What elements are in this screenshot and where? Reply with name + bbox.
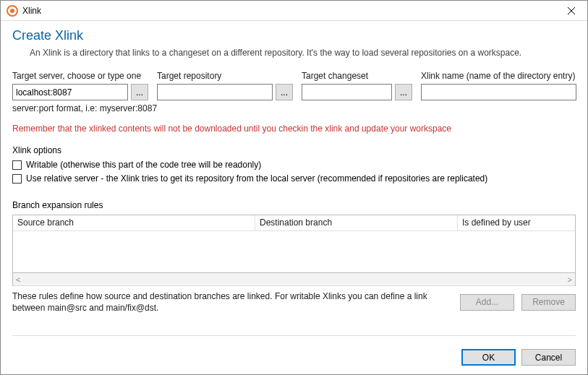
fields-row: Target server, choose or type one ... Ta…: [12, 71, 576, 100]
warning-text: Remember that the xlinked contents will …: [12, 124, 576, 134]
page-description: An Xlink is a directory that links to a …: [30, 48, 576, 58]
xlink-name-input[interactable]: [421, 84, 576, 100]
app-icon: [7, 5, 18, 17]
target-repository-label: Target repository: [157, 71, 293, 81]
table-header: Source branch Destination branch Is defi…: [13, 215, 575, 231]
content-area: Create Xlink An Xlink is a directory tha…: [1, 21, 587, 340]
relative-server-label: Use relative server - the Xlink tries to…: [26, 173, 487, 184]
target-server-group: Target server, choose or type one ...: [12, 71, 148, 100]
target-changeset-input[interactable]: [302, 84, 392, 100]
divider: [12, 335, 576, 336]
ok-button[interactable]: OK: [461, 349, 516, 366]
writable-option: Writable (otherwise this part of the cod…: [12, 160, 576, 170]
table-body[interactable]: [13, 231, 575, 273]
xlink-name-label: Xlink name (name of the directory entry): [421, 71, 576, 81]
titlebar: Xlink: [1, 1, 587, 21]
scroll-left-icon[interactable]: <: [16, 275, 20, 284]
window-title: Xlink: [22, 6, 561, 16]
close-icon: [568, 7, 575, 14]
writable-label: Writable (otherwise this part of the cod…: [26, 160, 261, 170]
xlink-options-title: Xlink options: [12, 145, 576, 155]
server-format-hint: server:port format, i.e: myserver:8087: [12, 103, 576, 113]
target-server-label: Target server, choose or type one: [12, 71, 148, 81]
writable-checkbox[interactable]: [12, 160, 22, 170]
target-changeset-browse-button[interactable]: ...: [395, 84, 412, 100]
rules-description: These rules define how source and destin…: [12, 290, 453, 314]
cancel-button[interactable]: Cancel: [521, 349, 576, 366]
relative-server-option: Use relative server - the Xlink tries to…: [12, 173, 576, 184]
col-source-branch[interactable]: Source branch: [13, 215, 255, 230]
target-changeset-group: Target changeset ...: [302, 71, 412, 100]
dialog-footer: OK Cancel: [1, 340, 587, 374]
remove-rule-button[interactable]: Remove: [521, 294, 576, 311]
target-repository-group: Target repository ...: [157, 71, 293, 100]
target-server-browse-button[interactable]: ...: [131, 84, 148, 100]
relative-server-checkbox[interactable]: [12, 174, 22, 184]
scroll-right-icon[interactable]: >: [568, 275, 572, 284]
rules-footer: These rules define how source and destin…: [12, 290, 576, 314]
branch-rules-table: Source branch Destination branch Is defi…: [12, 215, 576, 286]
xlink-name-group: Xlink name (name of the directory entry): [421, 71, 576, 100]
target-repository-input[interactable]: [157, 84, 273, 100]
col-defined-by-user[interactable]: Is defined by user: [458, 215, 575, 230]
dialog-window: Xlink Create Xlink An Xlink is a directo…: [0, 0, 588, 375]
close-button[interactable]: [561, 1, 581, 21]
target-server-input[interactable]: [12, 84, 128, 100]
target-repository-browse-button[interactable]: ...: [276, 84, 293, 100]
svg-point-1: [10, 9, 14, 13]
target-changeset-label: Target changeset: [302, 71, 412, 81]
add-rule-button[interactable]: Add...: [460, 294, 514, 311]
col-destination-branch[interactable]: Destination branch: [255, 215, 458, 230]
page-title: Create Xlink: [12, 28, 576, 43]
table-scrollbar: < >: [13, 273, 575, 286]
branch-rules-title: Branch expansion rules: [12, 200, 576, 210]
